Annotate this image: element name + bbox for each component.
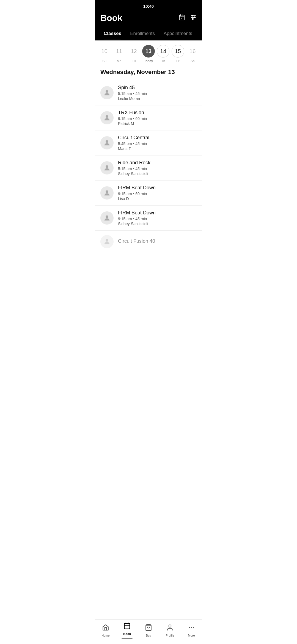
- svg-rect-0: [179, 15, 184, 20]
- date-number-11: 11: [113, 45, 125, 58]
- avatar-ride-rock: [100, 161, 114, 174]
- class-item-firm2[interactable]: FIRM Beat Down 9:15 am • 45 min Sidney S…: [95, 206, 202, 231]
- class-name-circuit-fusion: Circuit Fusion 40: [118, 238, 197, 244]
- class-time-circuit-central: 5:45 pm • 45 min: [118, 141, 197, 146]
- class-info-circuit-fusion: Circuit Fusion 40: [118, 238, 197, 245]
- status-time: 10:40: [143, 4, 154, 9]
- date-number-10: 10: [98, 45, 111, 58]
- date-day-13: Today: [144, 59, 153, 63]
- svg-point-15: [106, 190, 108, 193]
- class-name-firm1: FIRM Beat Down: [118, 185, 197, 191]
- avatar-circuit-central: [100, 136, 114, 149]
- class-name-ride-rock: Ride and Rock: [118, 160, 197, 166]
- date-number-14: 14: [157, 45, 169, 58]
- header-icons: [178, 14, 197, 22]
- date-item-14[interactable]: 14 Th: [156, 45, 170, 63]
- class-item-firm1[interactable]: FIRM Beat Down 9:15 am • 60 min Lisa D: [95, 181, 202, 206]
- avatar-circuit-fusion: [100, 235, 114, 248]
- svg-point-12: [106, 115, 108, 118]
- class-time-ride-rock: 5:15 am • 45 min: [118, 167, 197, 171]
- class-list: Spin 45 5:15 am • 45 min Leslie Moran TR…: [95, 80, 202, 265]
- class-item-spin45[interactable]: Spin 45 5:15 am • 45 min Leslie Moran: [95, 80, 202, 105]
- date-number-12: 12: [128, 45, 140, 58]
- date-item-10[interactable]: 10 Su: [98, 45, 111, 63]
- avatar-spin45: [100, 86, 114, 99]
- date-item-16[interactable]: 16 Sa: [186, 45, 199, 63]
- svg-rect-4: [181, 18, 182, 19]
- class-item-circuit-central[interactable]: Circuit Central 5:45 pm • 45 min Maria T: [95, 130, 202, 155]
- class-name-trx: TRX Fusion: [118, 110, 197, 116]
- tabs: Classes Enrollments Appointments: [95, 28, 202, 40]
- class-instructor-firm1: Lisa D: [118, 197, 197, 201]
- svg-point-8: [192, 15, 193, 16]
- class-time-trx: 9:15 am • 60 min: [118, 116, 197, 121]
- class-time-firm1: 9:15 am • 60 min: [118, 192, 197, 196]
- date-selector: 10 Su 11 Mo 12 Tu 13 Today 14 Th 15 Fr 1…: [95, 40, 202, 65]
- date-item-11[interactable]: 11 Mo: [112, 45, 126, 63]
- date-item-15[interactable]: 15 Fr: [171, 45, 185, 63]
- class-item-ride-rock[interactable]: Ride and Rock 5:15 am • 45 min Sidney Sa…: [95, 155, 202, 181]
- date-number-16: 16: [186, 45, 199, 58]
- class-info-ride-rock: Ride and Rock 5:15 am • 45 min Sidney Sa…: [118, 160, 197, 176]
- svg-point-17: [106, 239, 108, 242]
- svg-point-16: [106, 215, 108, 218]
- class-item-trx[interactable]: TRX Fusion 9:15 am • 60 min Patrick M: [95, 105, 202, 130]
- tab-enrollments[interactable]: Enrollments: [126, 28, 159, 40]
- class-instructor-spin45: Leslie Moran: [118, 96, 197, 101]
- class-info-circuit-central: Circuit Central 5:45 pm • 45 min Maria T: [118, 135, 197, 151]
- date-day-11: Mo: [117, 59, 122, 63]
- tab-classes[interactable]: Classes: [99, 28, 126, 40]
- filter-icon[interactable]: [190, 14, 197, 22]
- avatar-firm2: [100, 211, 114, 225]
- date-number-15: 15: [172, 45, 184, 58]
- page-title: Book: [100, 13, 122, 23]
- class-time-firm2: 9:15 am • 45 min: [118, 217, 197, 221]
- header: Book: [95, 11, 202, 28]
- class-instructor-trx: Patrick M: [118, 121, 197, 126]
- svg-point-13: [106, 140, 108, 143]
- svg-point-9: [194, 17, 195, 18]
- date-day-12: Tu: [132, 59, 136, 63]
- date-day-15: Fr: [176, 59, 179, 63]
- class-name-spin45: Spin 45: [118, 85, 197, 91]
- date-day-16: Sa: [191, 59, 195, 63]
- class-name-firm2: FIRM Beat Down: [118, 210, 197, 216]
- class-time-spin45: 5:15 am • 45 min: [118, 91, 197, 96]
- svg-point-10: [192, 18, 193, 20]
- tab-appointments[interactable]: Appointments: [159, 28, 197, 40]
- class-info-trx: TRX Fusion 9:15 am • 60 min Patrick M: [118, 110, 197, 126]
- date-day-14: Th: [161, 59, 165, 63]
- date-heading: Wednesday, November 13: [95, 65, 202, 80]
- class-instructor-circuit-central: Maria T: [118, 146, 197, 151]
- date-number-13: 13: [142, 45, 155, 58]
- avatar-trx: [100, 111, 114, 124]
- class-item-circuit-fusion[interactable]: Circuit Fusion 40: [95, 231, 202, 265]
- class-info-firm2: FIRM Beat Down 9:15 am • 45 min Sidney S…: [118, 210, 197, 226]
- date-item-12[interactable]: 12 Tu: [127, 45, 141, 63]
- class-name-circuit-central: Circuit Central: [118, 135, 197, 141]
- status-bar: 10:40: [95, 0, 202, 11]
- date-item-13[interactable]: 13 Today: [142, 45, 155, 63]
- svg-point-11: [106, 90, 108, 93]
- class-instructor-ride-rock: Sidney Santiccioli: [118, 171, 197, 176]
- svg-point-14: [106, 165, 108, 168]
- calendar-icon[interactable]: [178, 14, 185, 22]
- date-day-10: Su: [102, 59, 106, 63]
- class-info-spin45: Spin 45 5:15 am • 45 min Leslie Moran: [118, 85, 197, 101]
- class-info-firm1: FIRM Beat Down 9:15 am • 60 min Lisa D: [118, 185, 197, 201]
- avatar-firm1: [100, 186, 114, 200]
- class-instructor-firm2: Sidney Santiccioli: [118, 222, 197, 226]
